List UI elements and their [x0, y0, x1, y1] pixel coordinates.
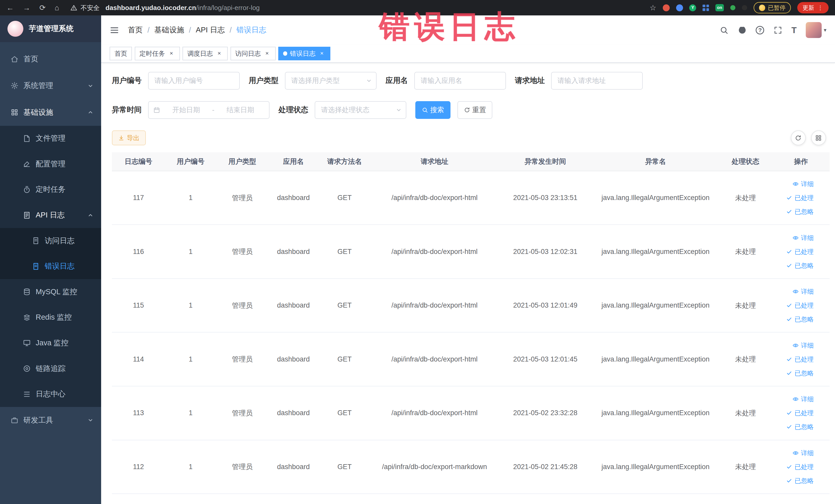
mark-ignored-link[interactable]: 已忽略: [775, 474, 814, 488]
extension-icon-red[interactable]: [663, 4, 670, 11]
profile-emoji-icon: [759, 5, 766, 11]
mark-ignored-link[interactable]: 已忽略: [775, 366, 814, 380]
sidebar-item-log-center[interactable]: 日志中心: [0, 381, 101, 407]
mark-ignored-link[interactable]: 已忽略: [775, 420, 814, 434]
breadcrumb-item-api-log[interactable]: API 日志: [196, 25, 225, 35]
tab-error-log[interactable]: 错误日志 ×: [278, 47, 330, 61]
mark-ignored-link[interactable]: 已忽略: [775, 259, 814, 273]
breadcrumb-separator: /: [148, 26, 150, 35]
process-status-select[interactable]: 请选择处理状态: [315, 101, 406, 119]
eye-icon: [792, 450, 799, 456]
font-size-icon[interactable]: T: [791, 26, 796, 35]
mark-ignored-link[interactable]: 已忽略: [775, 313, 814, 326]
sidebar-item-dev-tools[interactable]: 研发工具: [0, 407, 101, 434]
detail-link[interactable]: 详细: [775, 392, 814, 406]
user-id-input[interactable]: [148, 72, 240, 89]
search-icon: [422, 107, 428, 113]
sidebar-item-java-monitor[interactable]: Java 监控: [0, 330, 101, 356]
site-security-button[interactable]: 不安全: [70, 4, 100, 12]
tab-home[interactable]: 首页: [109, 47, 132, 61]
sidebar-item-system-management[interactable]: 系统管理: [0, 73, 101, 99]
sidebar-item-mysql-monitor[interactable]: MySQL 监控: [0, 279, 101, 305]
help-icon[interactable]: ?: [756, 26, 764, 35]
breadcrumb-item-infrastructure[interactable]: 基础设施: [154, 25, 184, 35]
sidebar-item-config-management[interactable]: 配置管理: [0, 151, 101, 177]
sidebar-item-tracing[interactable]: 链路追踪: [0, 356, 101, 382]
extension-icon-blue[interactable]: [676, 4, 683, 11]
hamburger-icon[interactable]: [109, 25, 119, 35]
check-icon: [786, 410, 792, 416]
process-status-label: 处理状态: [279, 105, 308, 115]
address-bar[interactable]: dashboard.yudao.iocoder.cn/infra/log/api…: [105, 4, 260, 12]
close-icon[interactable]: ×: [318, 50, 325, 57]
extension-icon-y[interactable]: Y: [689, 4, 696, 11]
browser-forward-icon[interactable]: →: [23, 4, 30, 12]
search-button[interactable]: 搜索: [415, 101, 450, 119]
detail-link[interactable]: 详细: [775, 177, 814, 191]
extension-icon-squares[interactable]: [702, 5, 709, 11]
sidebar-item-infrastructure[interactable]: 基础设施: [0, 99, 101, 126]
sidebar-item-file-management[interactable]: 文件管理: [0, 126, 101, 152]
browser-reload-icon[interactable]: ⟳: [39, 4, 45, 12]
search-icon[interactable]: [719, 26, 729, 35]
close-icon[interactable]: ×: [263, 50, 271, 57]
refresh-icon: [795, 135, 802, 141]
detail-link[interactable]: 详细: [775, 285, 814, 299]
request-url-input[interactable]: [551, 72, 643, 89]
sidebar-item-error-log[interactable]: 错误日志: [0, 254, 101, 279]
profile-paused-badge[interactable]: 已暂停: [754, 2, 791, 13]
cell-user-type: 管理员: [216, 279, 268, 332]
sidebar-item-access-log[interactable]: 访问日志: [0, 228, 101, 254]
export-button[interactable]: 导出: [112, 130, 146, 145]
mark-processed-link[interactable]: 已处理: [775, 406, 814, 420]
sidebar-item-redis-monitor[interactable]: Redis 监控: [0, 305, 101, 330]
tab-schedule-log[interactable]: 调度日志 ×: [183, 47, 228, 61]
extension-icon-green[interactable]: [730, 5, 736, 11]
column-settings-button[interactable]: [811, 130, 826, 145]
mark-processed-link[interactable]: 已处理: [775, 352, 814, 366]
extension-icon-on[interactable]: on: [715, 4, 724, 11]
close-icon[interactable]: ×: [216, 50, 223, 57]
reset-button[interactable]: 重置: [457, 101, 493, 119]
bookmark-star-icon[interactable]: ☆: [650, 3, 656, 12]
cell-request-url: /api/infra/db-doc/export-html: [371, 386, 498, 440]
chrome-update-button[interactable]: 更新 ⋮: [797, 2, 829, 13]
app-logo[interactable]: 芋道管理系统: [0, 15, 101, 42]
app-name-input[interactable]: [414, 72, 506, 89]
mark-processed-link[interactable]: 已处理: [775, 191, 814, 205]
request-url-label: 请求地址: [515, 76, 545, 86]
user-type-select[interactable]: 请选择用户类型: [285, 72, 376, 89]
browser-back-icon[interactable]: ←: [6, 4, 14, 12]
gear-icon: [11, 82, 19, 89]
detail-link[interactable]: 详细: [775, 338, 814, 352]
sidebar-item-home[interactable]: 首页: [0, 46, 101, 73]
breadcrumb-item-home[interactable]: 首页: [128, 25, 143, 35]
header-user-type: 用户类型: [216, 152, 268, 171]
github-icon[interactable]: [738, 26, 747, 35]
mark-processed-link[interactable]: 已处理: [775, 460, 814, 474]
doc-icon: [32, 262, 40, 270]
mark-ignored-link[interactable]: 已忽略: [775, 205, 814, 219]
table-row: 116 1 管理员 dashboard GET /api/infra/db-do…: [112, 225, 830, 279]
filter-user-type: 用户类型 请选择用户类型: [249, 72, 376, 89]
fullscreen-icon[interactable]: [773, 26, 782, 35]
sidebar-item-scheduled-tasks[interactable]: 定时任务: [0, 177, 101, 203]
mark-processed-link[interactable]: 已处理: [775, 245, 814, 259]
header-user-id: 用户编号: [165, 152, 216, 171]
detail-link[interactable]: 详细: [775, 231, 814, 245]
filter-user-id: 用户编号: [112, 72, 240, 89]
close-icon[interactable]: ×: [168, 50, 175, 57]
sidebar-item-api-log[interactable]: API 日志: [0, 202, 101, 228]
tab-scheduled-tasks[interactable]: 定时任务 ×: [135, 47, 180, 61]
user-avatar-menu[interactable]: ▾: [806, 22, 827, 38]
cell-exception-name: java.lang.IllegalArgumentException: [592, 440, 719, 494]
extension-icon-dark[interactable]: [742, 5, 747, 11]
chrome-menu-icon: ⋮: [817, 4, 823, 11]
cell-exception-name: java.lang.IllegalArgumentException: [592, 279, 719, 332]
refresh-button[interactable]: [791, 130, 806, 145]
tab-access-log[interactable]: 访问日志 ×: [230, 47, 276, 61]
date-range-picker[interactable]: 开始日期 - 结束日期: [148, 101, 269, 119]
mark-processed-link[interactable]: 已处理: [775, 299, 814, 313]
detail-link[interactable]: 详细: [775, 446, 814, 460]
browser-home-icon[interactable]: ⌂: [55, 4, 59, 12]
